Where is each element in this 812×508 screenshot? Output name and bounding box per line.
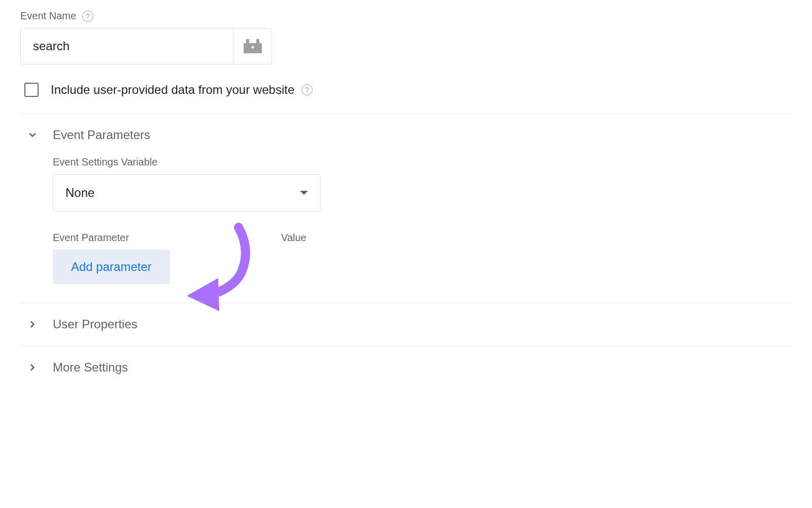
- svg-rect-2: [256, 39, 259, 43]
- user-properties-title: User Properties: [53, 317, 138, 331]
- value-column-label: Value: [281, 232, 307, 244]
- include-user-data-label: Include user-provided data from your web…: [51, 83, 313, 97]
- more-settings-title: More Settings: [53, 360, 128, 375]
- more-settings-section-header[interactable]: More Settings: [20, 346, 792, 389]
- event-name-input[interactable]: [20, 28, 233, 64]
- template-brick-icon: [244, 39, 262, 53]
- event-name-row: [20, 28, 792, 64]
- chevron-right-icon: [26, 318, 39, 330]
- dropdown-selected-value: None: [65, 186, 94, 200]
- chevron-right-icon: [26, 361, 39, 374]
- include-user-data-checkbox[interactable]: [24, 83, 39, 97]
- svg-rect-1: [246, 39, 249, 43]
- svg-rect-4: [252, 46, 253, 49]
- chevron-down-icon: [26, 129, 39, 141]
- help-icon[interactable]: ?: [82, 11, 93, 22]
- event-name-label: Event Name: [20, 10, 76, 22]
- user-properties-section-header[interactable]: User Properties: [20, 303, 792, 346]
- event-parameters-section-header[interactable]: Event Parameters: [20, 114, 792, 156]
- event-parameters-title: Event Parameters: [53, 128, 150, 142]
- help-icon[interactable]: ?: [301, 84, 313, 95]
- add-parameter-button[interactable]: Add parameter: [53, 250, 170, 284]
- event-parameter-column-label: Event Parameter: [53, 232, 129, 244]
- event-settings-variable-label: Event Settings Variable: [53, 156, 792, 168]
- event-template-picker-button[interactable]: [233, 28, 272, 64]
- event-settings-variable-dropdown[interactable]: None: [53, 174, 321, 212]
- dropdown-arrow-icon: [300, 191, 308, 195]
